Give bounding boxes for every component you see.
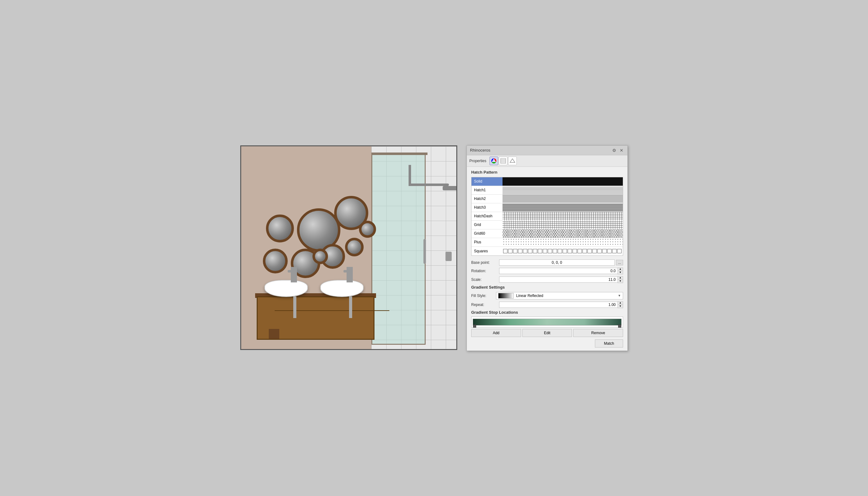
fill-style-value: Linear Reflected: [516, 294, 618, 298]
svg-marker-5: [510, 159, 515, 162]
tab-label: Properties: [469, 159, 486, 163]
gradient-buttons: Add Edit Remove: [471, 329, 623, 337]
base-point-row: Base point: ...: [471, 260, 623, 266]
vanity-base: [257, 296, 374, 340]
fill-style-dropdown-arrow: ▼: [618, 294, 621, 297]
main-container: Rhinoceros ⚙ ✕ Properties: [231, 136, 637, 360]
hatch-row-grid60[interactable]: Grid60: [471, 229, 623, 238]
hatch-name-plus: Plus: [471, 240, 502, 244]
faucet-spout-right: [343, 270, 353, 273]
panel-titlebar: Rhinoceros ⚙ ✕: [467, 146, 627, 155]
match-button[interactable]: Match: [595, 339, 623, 347]
mirror-3: [266, 215, 294, 243]
mirror-9: [312, 249, 328, 264]
match-row: Match: [471, 339, 623, 347]
rotation-up[interactable]: ▲: [618, 268, 623, 271]
scale-input[interactable]: [499, 277, 618, 283]
repeat-arrows: ▲ ▼: [618, 301, 623, 308]
close-icon[interactable]: ✕: [619, 148, 624, 153]
panel-body: Hatch Pattern Solid Hatch1: [467, 167, 627, 351]
base-point-input[interactable]: [499, 260, 615, 266]
faucet-left: [291, 267, 297, 282]
remove-button[interactable]: Remove: [573, 329, 623, 337]
vanity-drawer-line: [275, 310, 389, 311]
hatch-preview-hatch1: [502, 186, 623, 195]
hatch-preview-solid: [502, 177, 623, 186]
repeat-row: Repeat: ▲ ▼: [471, 301, 623, 308]
base-point-button[interactable]: ...: [616, 260, 623, 265]
shower-head: [443, 186, 457, 190]
gradient-stops-title: Gradient Stop Locations: [471, 310, 623, 315]
gradient-bar[interactable]: [473, 319, 622, 326]
scale-row: Scale: ▲ ▼: [471, 276, 623, 283]
scale-up[interactable]: ▲: [618, 277, 623, 280]
hatch-preview-hatchdash: [502, 212, 623, 220]
scale-spinner: ▲ ▼: [499, 276, 623, 283]
hatch-preview-grid60: [502, 229, 623, 238]
drain-left: [293, 296, 296, 318]
mirrors-container: [263, 190, 374, 283]
mirror-4: [263, 249, 288, 274]
scale-label: Scale:: [471, 277, 499, 282]
repeat-up[interactable]: ▲: [618, 301, 623, 305]
tab-object[interactable]: [508, 157, 517, 165]
sink-right: [320, 280, 363, 297]
hatch-preview-squares: [502, 247, 623, 255]
fill-style-select[interactable]: Linear Reflected ▼: [496, 292, 623, 299]
repeat-input[interactable]: [499, 301, 618, 308]
hatch-preview-hatch3: [502, 203, 623, 212]
settings-icon[interactable]: ⚙: [611, 148, 617, 153]
hatch-name-hatch2: Hatch2: [471, 197, 502, 201]
repeat-label: Repeat:: [471, 303, 499, 307]
shower-pipe: [408, 165, 411, 186]
hatch-row-hatch2[interactable]: Hatch2: [471, 195, 623, 203]
hatch-row-solid[interactable]: Solid: [471, 177, 623, 186]
gradient-bar-container: [471, 316, 623, 328]
base-point-label: Base point:: [471, 260, 499, 265]
fill-style-label: Fill Style:: [471, 294, 496, 298]
drain-right: [349, 296, 352, 318]
gradient-stop-right[interactable]: [618, 325, 621, 328]
rotation-row: Rotation: ▲ ▼: [471, 267, 623, 274]
hatch-row-hatch1[interactable]: Hatch1: [471, 186, 623, 195]
hatch-name-grid60: Grid60: [471, 231, 502, 236]
hatch-row-hatchdash[interactable]: HatchDash: [471, 212, 623, 221]
shower-fitting: [446, 252, 452, 261]
faucet-spout-left: [288, 270, 297, 273]
hatch-preview-grid: [502, 221, 623, 229]
hatch-pattern-list[interactable]: Solid Hatch1 Hatch2: [471, 177, 623, 256]
hatch-name-hatchdash: HatchDash: [471, 214, 502, 218]
hatch-row-grid[interactable]: Grid: [471, 221, 623, 229]
tab-color[interactable]: [490, 157, 498, 165]
tab-hatch[interactable]: [499, 157, 508, 165]
hatch-row-squares[interactable]: Squares: [471, 247, 623, 255]
fill-style-preview: [498, 293, 514, 298]
rotation-spinner: ▲ ▼: [499, 267, 623, 274]
faucet-right: [346, 267, 353, 282]
rotation-down[interactable]: ▼: [618, 271, 623, 274]
hatch-name-squares: Squares: [471, 249, 502, 253]
gradient-settings-title: Gradient Settings: [471, 285, 623, 290]
properties-panel: Rhinoceros ⚙ ✕ Properties: [467, 145, 628, 351]
base-point-value-area: ...: [499, 260, 623, 266]
titlebar-icons: ⚙ ✕: [611, 148, 624, 153]
add-button[interactable]: Add: [471, 329, 521, 337]
repeat-down[interactable]: ▼: [618, 305, 623, 308]
shower-door: [371, 153, 425, 345]
edit-button[interactable]: Edit: [522, 329, 572, 337]
shower-arm: [408, 184, 449, 186]
hatch-preview-hatch2: [502, 195, 623, 203]
fill-style-row: Fill Style: Linear Reflected ▼: [471, 292, 623, 299]
hatch-preview-plus: [502, 238, 623, 246]
hatch-name-hatch3: Hatch3: [471, 205, 502, 210]
repeat-spinner: ▲ ▼: [499, 301, 623, 308]
rotation-arrows: ▲ ▼: [618, 267, 623, 274]
shower-door-handle: [423, 239, 426, 264]
scene-panel: [240, 145, 457, 350]
rotation-input[interactable]: [499, 268, 618, 274]
scale-down[interactable]: ▼: [618, 280, 623, 283]
hatch-row-hatch3[interactable]: Hatch3: [471, 203, 623, 212]
gradient-stop-left[interactable]: [473, 325, 476, 328]
hatch-row-plus[interactable]: Plus: [471, 238, 623, 247]
shower-door-frame-top: [371, 153, 428, 155]
